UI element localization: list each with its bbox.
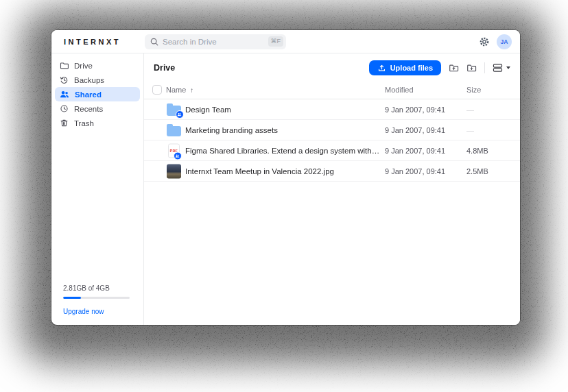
upload-files-label: Upload files <box>390 64 433 72</box>
sidebar: Drive Backups Shared <box>51 53 144 325</box>
upload-files-button[interactable]: Upload files <box>369 60 441 75</box>
search-placeholder: Search in Drive <box>163 38 264 46</box>
main-content: Drive Upload files <box>144 53 520 325</box>
column-header-modified[interactable]: Modified <box>385 86 414 94</box>
window-body: Drive Backups Shared <box>51 53 520 325</box>
sidebar-item-label: Shared <box>75 90 102 99</box>
sidebar-item-label: Drive <box>74 62 93 70</box>
column-header-size[interactable]: Size <box>466 86 481 94</box>
sidebar-item-drive[interactable]: Drive <box>55 58 140 73</box>
chevron-down-icon <box>506 66 510 69</box>
file-size: 4.8MB <box>466 147 488 155</box>
storage-usage-label: 2.81GB of 4GB <box>63 284 130 292</box>
pdf-file-icon: PDF <box>168 143 180 158</box>
top-bar: INTERNXT Search in Drive ⌘F JA <box>51 30 520 53</box>
search-input[interactable]: Search in Drive ⌘F <box>145 34 286 49</box>
main-header: Drive Upload files <box>144 53 520 81</box>
users-icon <box>60 90 69 99</box>
upload-icon <box>377 64 386 73</box>
sort-asc-icon: ↑ <box>190 86 193 94</box>
toolbar-divider <box>484 62 485 73</box>
search-icon <box>150 38 158 46</box>
file-modified: 9 Jan 2007, 09:41 <box>385 126 445 134</box>
search-shortcut-badge: ⌘F <box>268 36 284 47</box>
image-thumbnail <box>167 164 181 178</box>
brand-logo: INTERNXT <box>51 38 144 46</box>
file-modified: 9 Jan 2007, 09:41 <box>385 106 445 114</box>
file-name: Marketing branding assets <box>185 126 381 134</box>
file-name: Design Team <box>185 106 381 114</box>
topbar-right: JA <box>479 34 520 49</box>
file-modified: 9 Jan 2007, 09:41 <box>385 167 445 175</box>
create-folder-button[interactable] <box>466 63 477 73</box>
table-row[interactable]: Design Team 9 Jan 2007, 09:41 — <box>144 99 520 120</box>
stage: INTERNXT Search in Drive ⌘F JA <box>0 0 568 392</box>
clock-icon <box>60 104 69 113</box>
table-row[interactable]: Marketing branding assets 9 Jan 2007, 09… <box>144 120 520 140</box>
sidebar-item-trash[interactable]: Trash <box>55 116 140 130</box>
create-folder-icon <box>466 63 477 73</box>
user-avatar[interactable]: JA <box>497 34 512 49</box>
shared-badge-icon <box>176 110 184 119</box>
select-all-checkbox[interactable] <box>152 85 162 95</box>
file-name: Figma Shared Libraries. Extend a design … <box>185 147 381 155</box>
folder-icon <box>60 61 69 70</box>
app-window: INTERNXT Search in Drive ⌘F JA <box>51 30 520 325</box>
table-row[interactable]: PDF Figma Shared Libraries. Extend a des… <box>144 140 520 161</box>
folder-icon <box>167 126 181 136</box>
shared-badge-icon <box>174 151 182 160</box>
table-row[interactable]: Internxt Team Meetup in Valencia 2022.jp… <box>144 161 520 182</box>
file-size: — <box>466 126 474 134</box>
storage-progress-fill <box>63 297 81 299</box>
view-toggle-button[interactable] <box>493 63 510 73</box>
list-view-icon <box>493 63 503 73</box>
sidebar-item-backups[interactable]: Backups <box>55 73 140 87</box>
file-modified: 9 Jan 2007, 09:41 <box>385 147 445 155</box>
file-size: — <box>466 106 474 114</box>
sidebar-item-recents[interactable]: Recents <box>55 101 140 116</box>
file-size: 2.5MB <box>466 167 488 175</box>
upload-folder-icon <box>449 63 459 73</box>
storage-section: 2.81GB of 4GB Upgrade now <box>54 284 141 315</box>
trash-icon <box>60 119 69 127</box>
sidebar-item-label: Recents <box>74 105 103 113</box>
table-header: Name ↑ Modified Size <box>144 81 520 99</box>
sidebar-item-label: Trash <box>74 119 94 127</box>
sidebar-item-shared[interactable]: Shared <box>55 87 140 101</box>
shared-folder-icon <box>167 106 181 116</box>
storage-progressbar <box>63 297 130 299</box>
sidebar-item-label: Backups <box>74 76 104 84</box>
upgrade-now-link[interactable]: Upgrade now <box>63 308 130 315</box>
toolbar: Upload files <box>369 60 510 75</box>
settings-button[interactable] <box>479 36 490 47</box>
file-name: Internxt Team Meetup in Valencia 2022.jp… <box>185 167 381 175</box>
breadcrumb: Drive <box>154 63 175 73</box>
backup-restore-icon <box>60 75 69 84</box>
gear-icon <box>479 36 490 47</box>
upload-folder-button[interactable] <box>449 63 459 73</box>
column-header-name[interactable]: Name ↑ <box>166 86 193 94</box>
